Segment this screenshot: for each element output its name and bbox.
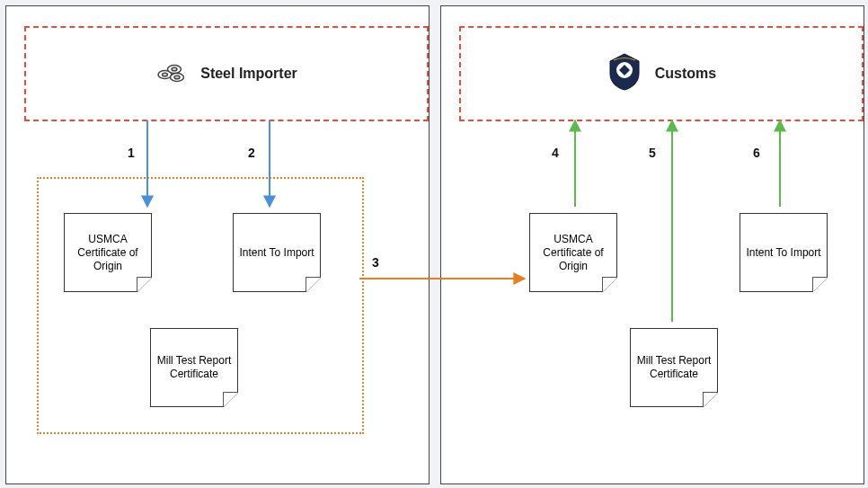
step-3: 3 <box>372 255 379 270</box>
svg-point-4 <box>172 67 177 71</box>
svg-point-5 <box>174 75 180 79</box>
doc-label: Mill Test Report Certificate <box>634 354 713 381</box>
doc-label: USMCA Certificate of Origin <box>534 233 613 273</box>
steel-pipes-icon <box>155 59 188 88</box>
step-4: 4 <box>552 146 559 160</box>
doc-usmca-left: USMCA Certificate of Origin <box>64 213 152 292</box>
svg-point-3 <box>163 73 168 76</box>
doc-mtr-right: Mill Test Report Certificate <box>630 328 718 407</box>
right-panel: Customs USMCA Certificate of Origin Inte… <box>440 5 864 484</box>
doc-label: Mill Test Report Certificate <box>155 354 234 381</box>
doc-label: Intent To Import <box>746 246 820 260</box>
left-panel: Steel Importer USMCA Certificate of Orig… <box>5 5 430 484</box>
step-2: 2 <box>248 146 255 160</box>
cbp-badge-icon <box>607 52 642 95</box>
steel-importer-title: Steel Importer <box>200 66 297 82</box>
doc-intent-right: Intent To Import <box>740 213 828 292</box>
step-5: 5 <box>649 146 656 160</box>
doc-label: Intent To Import <box>239 246 314 260</box>
doc-intent-left: Intent To Import <box>233 213 321 292</box>
steel-importer-box: Steel Importer <box>24 26 429 121</box>
step-1: 1 <box>128 146 135 160</box>
doc-mtr-left: Mill Test Report Certificate <box>150 328 238 407</box>
customs-box: Customs <box>459 26 864 121</box>
customs-title: Customs <box>655 66 716 82</box>
doc-usmca-right: USMCA Certificate of Origin <box>529 213 617 292</box>
step-6: 6 <box>753 146 760 160</box>
diagram-canvas: Steel Importer USMCA Certificate of Orig… <box>0 0 868 488</box>
doc-label: USMCA Certificate of Origin <box>68 233 147 273</box>
